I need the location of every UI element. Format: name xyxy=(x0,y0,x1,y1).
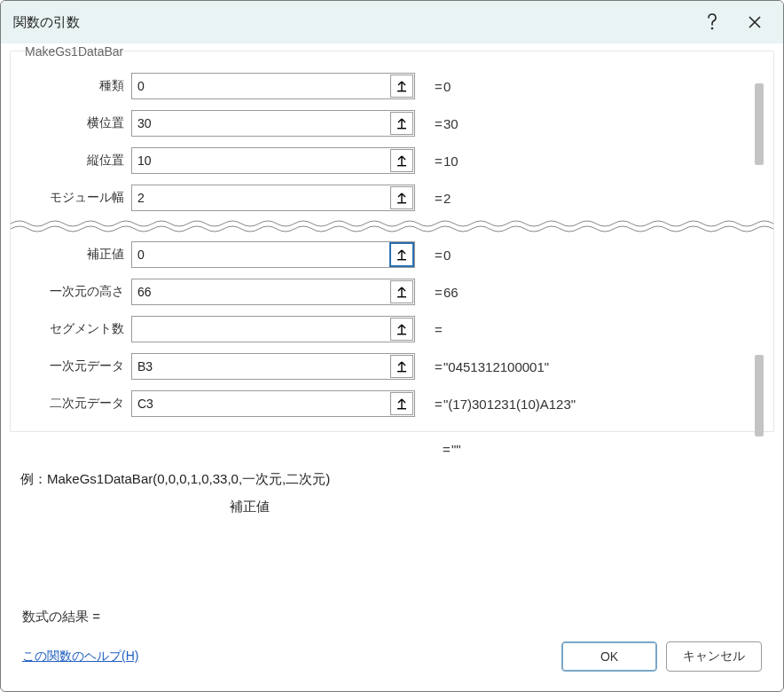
arg-label: 一次元の高さ xyxy=(18,284,131,300)
svg-rect-8 xyxy=(397,371,406,372)
arg-input-wrap xyxy=(131,353,415,380)
arg-input-vpos[interactable] xyxy=(131,147,415,174)
arg-input-correction[interactable] xyxy=(131,241,415,268)
formula-result-label: 数式の結果 = xyxy=(22,603,762,641)
window-title: 関数の引数 xyxy=(13,14,691,31)
equals-sign: = xyxy=(415,116,443,131)
arg-label: 縦位置 xyxy=(18,153,131,169)
range-select-icon xyxy=(396,286,408,298)
arg-label: 一次元データ xyxy=(18,358,131,374)
arg-row: モジュール幅 = 2 xyxy=(18,179,766,216)
arg-result: 10 xyxy=(443,153,459,169)
range-select-button[interactable] xyxy=(390,318,413,341)
arg-result: 2 xyxy=(443,191,451,206)
equals-sign: = xyxy=(415,79,443,94)
close-button[interactable] xyxy=(733,3,776,42)
svg-rect-6 xyxy=(397,296,406,297)
equals-sign: = xyxy=(415,285,443,300)
arg-input-wrap xyxy=(131,390,415,417)
equals-sign: = xyxy=(415,359,443,374)
svg-point-0 xyxy=(711,28,714,30)
svg-rect-5 xyxy=(397,259,406,260)
equals-sign: = xyxy=(415,248,443,263)
range-select-button[interactable] xyxy=(390,112,413,135)
dialog-footer: 数式の結果 = この関数のヘルプ(H) OK キャンセル xyxy=(10,596,774,684)
scrollbar-bottom[interactable] xyxy=(755,355,764,436)
range-select-button[interactable] xyxy=(390,149,413,172)
range-select-button[interactable] xyxy=(390,186,413,209)
range-select-icon xyxy=(396,117,408,130)
range-select-icon xyxy=(396,80,408,92)
arg-label: モジュール幅 xyxy=(18,190,131,206)
svg-rect-3 xyxy=(397,165,406,166)
arg-label: 補正値 xyxy=(18,247,131,263)
arg-row: 横位置 = 30 xyxy=(18,105,766,142)
overall-result: "" xyxy=(451,442,461,457)
dialog-content: MakeGs1DataBar 種類 = 0 横位置 xyxy=(1,43,783,691)
arguments-fieldset: MakeGs1DataBar 種類 = 0 横位置 xyxy=(10,51,774,432)
arg-result: 0 xyxy=(443,79,451,94)
arg-row: 二次元データ = "(17)301231(10)A123" xyxy=(18,385,766,422)
arg-input-wrap xyxy=(131,185,415,211)
range-select-icon xyxy=(396,192,408,204)
arg-result: 66 xyxy=(443,285,459,300)
arg-input-wrap xyxy=(131,73,415,99)
arg-input-1d-height[interactable] xyxy=(131,279,415,305)
svg-rect-1 xyxy=(397,90,406,91)
range-select-button[interactable] xyxy=(390,355,413,378)
arg-input-2d-data[interactable] xyxy=(131,390,415,417)
function-help-link[interactable]: この関数のヘルプ(H) xyxy=(22,649,138,664)
titlebar: 関数の引数 xyxy=(1,1,783,43)
arg-input-wrap xyxy=(131,241,415,268)
arg-input-wrap xyxy=(131,147,415,174)
range-select-button[interactable] xyxy=(390,392,413,415)
range-select-icon xyxy=(396,323,408,335)
ok-button[interactable]: OK xyxy=(561,641,657,672)
close-icon xyxy=(749,16,761,28)
equals-sign: = xyxy=(415,153,443,169)
arguments-bottom-group: 補正値 = 0 一次元の高さ xyxy=(18,236,766,422)
range-select-icon xyxy=(396,360,408,373)
arg-input-1d-data[interactable] xyxy=(131,353,415,380)
overall-result-line: = "" xyxy=(19,436,765,462)
arg-row: 補正値 = 0 xyxy=(18,236,766,273)
arg-result: 30 xyxy=(443,116,459,131)
arg-input-hpos[interactable] xyxy=(131,110,415,137)
svg-rect-2 xyxy=(397,128,406,129)
arg-label: 横位置 xyxy=(18,115,131,131)
arg-label: 二次元データ xyxy=(18,396,131,412)
arg-row: 種類 = 0 xyxy=(18,67,766,105)
arg-label: セグメント数 xyxy=(18,321,131,337)
arg-result: "(17)301231(10)A123" xyxy=(443,397,576,412)
arg-input-module-width[interactable] xyxy=(131,185,415,211)
cancel-button[interactable]: キャンセル xyxy=(666,641,762,672)
equals-sign: = xyxy=(415,397,443,412)
below-fieldset: = "" 例：MakeGs1DataBar(0,0,0,1,0,33,0,一次元… xyxy=(10,432,774,519)
arg-row: 一次元の高さ = 66 xyxy=(18,273,766,311)
range-select-button[interactable] xyxy=(390,75,413,98)
range-select-icon xyxy=(396,154,408,167)
function-arguments-dialog: 関数の引数 MakeGs1DataBar 種類 xyxy=(0,0,784,692)
arg-row: セグメント数 = xyxy=(18,311,766,348)
range-select-icon xyxy=(396,397,408,410)
help-button[interactable] xyxy=(691,3,733,42)
current-argument-label: 補正値 xyxy=(161,488,338,519)
svg-rect-4 xyxy=(397,202,406,203)
equals-sign: = xyxy=(423,442,451,457)
arg-input-segments[interactable] xyxy=(131,316,415,342)
range-select-button[interactable] xyxy=(390,243,413,266)
arg-result: 0 xyxy=(443,248,451,263)
arg-input-wrap xyxy=(131,316,415,342)
arg-result: "0451312100001" xyxy=(443,359,549,374)
example-text: 例：MakeGs1DataBar(0,0,0,1,0,33,0,一次元,二次元) xyxy=(19,462,765,488)
arg-input-type[interactable] xyxy=(131,73,415,99)
tear-divider xyxy=(11,218,773,234)
arg-input-wrap xyxy=(131,279,415,305)
arg-input-wrap xyxy=(131,110,415,137)
range-select-button[interactable] xyxy=(390,280,413,303)
equals-sign: = xyxy=(415,191,443,206)
scrollbar-top[interactable] xyxy=(755,83,764,165)
svg-rect-7 xyxy=(397,334,406,334)
equals-sign: = xyxy=(415,322,443,337)
range-select-icon xyxy=(396,248,408,261)
